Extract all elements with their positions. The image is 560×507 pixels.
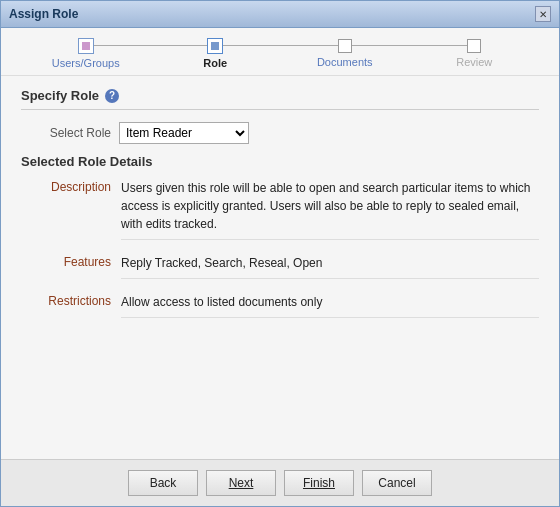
help-icon[interactable]: ? <box>105 89 119 103</box>
role-details-section: Selected Role Details Description Users … <box>21 154 539 318</box>
content-area: Specify Role ? Select Role Item Reader D… <box>1 76 559 459</box>
step-3-label: Documents <box>317 56 373 68</box>
step-4-node <box>467 39 481 53</box>
step-3-node <box>338 39 352 53</box>
restrictions-value: Allow access to listed documents only <box>121 293 539 318</box>
specify-role-title: Specify Role <box>21 88 99 103</box>
features-value: Reply Tracked, Search, Reseal, Open <box>121 254 539 279</box>
finish-button[interactable]: Finish <box>284 470 354 496</box>
cancel-button[interactable]: Cancel <box>362 470 432 496</box>
assign-role-dialog: Assign Role ✕ Users/Groups <box>0 0 560 507</box>
close-button[interactable]: ✕ <box>535 6 551 22</box>
step-1-label: Users/Groups <box>52 57 120 69</box>
select-role-row: Select Role Item Reader Document Editor … <box>21 122 539 144</box>
description-row: Description Users given this role will b… <box>21 179 539 240</box>
description-label: Description <box>21 179 111 240</box>
restrictions-row: Restrictions Allow access to listed docu… <box>21 293 539 318</box>
back-button[interactable]: Back <box>128 470 198 496</box>
dialog-title: Assign Role <box>9 7 78 21</box>
title-bar: Assign Role ✕ <box>1 1 559 28</box>
role-select[interactable]: Item Reader Document Editor Administrato… <box>119 122 249 144</box>
step-1-node <box>78 38 94 54</box>
description-value: Users given this role will be able to op… <box>121 179 539 240</box>
role-details-header: Selected Role Details <box>21 154 539 169</box>
restrictions-label: Restrictions <box>21 293 111 318</box>
step-role: Role <box>151 38 281 69</box>
next-button[interactable]: Next <box>206 470 276 496</box>
features-label: Features <box>21 254 111 279</box>
step-2-node <box>207 38 223 54</box>
select-role-label: Select Role <box>21 126 111 140</box>
step-2-label: Role <box>203 57 227 69</box>
specify-role-header: Specify Role ? <box>21 88 539 110</box>
dialog-footer: Back Next Finish Cancel <box>1 459 559 506</box>
features-row: Features Reply Tracked, Search, Reseal, … <box>21 254 539 279</box>
step-documents: Documents <box>280 39 410 68</box>
step-users-groups: Users/Groups <box>21 38 151 69</box>
step-4-label: Review <box>456 56 492 68</box>
step-review: Review <box>410 39 540 68</box>
